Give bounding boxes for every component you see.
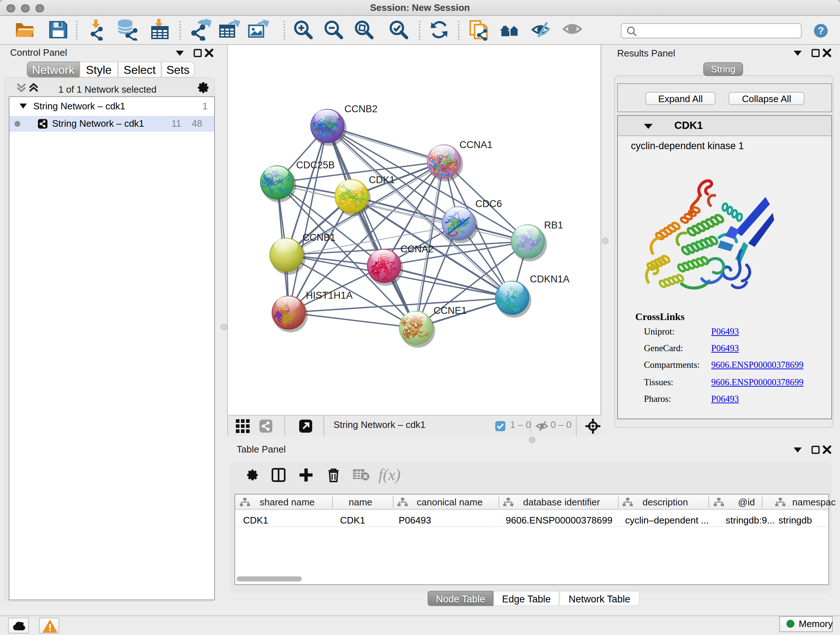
svg-text:CCNA1: CCNA1 — [459, 139, 493, 150]
svg-text:CDC25B: CDC25B — [296, 160, 335, 171]
svg-text:CCNB2: CCNB2 — [344, 103, 378, 114]
svg-text:RB1: RB1 — [544, 220, 563, 231]
svg-text:CDKN1A: CDKN1A — [530, 274, 570, 285]
svg-text:CCNE1: CCNE1 — [433, 305, 467, 316]
svg-text:CDK1: CDK1 — [369, 174, 395, 185]
svg-text:CCNA2: CCNA2 — [401, 244, 434, 255]
svg-text:CDC6: CDC6 — [475, 198, 502, 209]
svg-text:CCNB1: CCNB1 — [302, 232, 336, 243]
svg-text:HIST1H1A: HIST1H1A — [306, 290, 353, 301]
